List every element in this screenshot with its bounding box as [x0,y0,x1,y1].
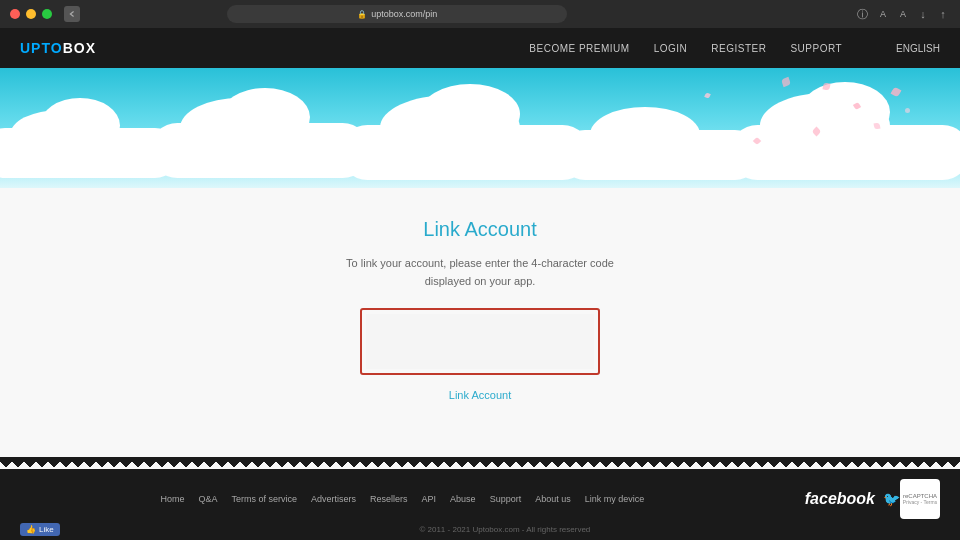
traffic-red[interactable] [10,9,20,19]
download-icon[interactable]: ↓ [916,7,930,21]
fb-like-button[interactable]: 👍 Like [20,523,60,536]
description-line1: To link your account, please enter the 4… [346,257,614,269]
lock-icon: 🔒 [357,10,367,19]
nav-register[interactable]: REGISTER [711,43,766,54]
page-title: Link Account [423,218,536,241]
address-bar[interactable]: 🔒 uptobox.com/pin [227,5,567,23]
footer-link-advertisers[interactable]: Advertisers [311,494,356,504]
petal-6 [905,108,910,113]
cloud-3b [420,84,520,144]
browser-chrome: 🔒 uptobox.com/pin ⓘ A A ↓ ↑ [0,0,960,28]
footer: Home Q&A Terms of service Advertisers Re… [0,457,960,540]
petal-4 [874,123,881,130]
nav-become-premium[interactable]: BECOME PREMIUM [529,43,629,54]
footer-link-qa[interactable]: Q&A [199,494,218,504]
back-button[interactable] [64,6,80,22]
fb-thumb-icon: 👍 [26,525,36,534]
logo-up: UPTO [20,40,63,56]
logo: UPTOBOX [20,40,96,56]
pin-input[interactable] [366,314,594,369]
nav-login[interactable]: LOGIN [654,43,688,54]
link-account-button[interactable]: Link Account [449,389,511,401]
footer-link-device[interactable]: Link my device [585,494,645,504]
traffic-green[interactable] [42,9,52,19]
footer-link-about[interactable]: About us [535,494,571,504]
cloud-2b [220,88,310,146]
cloud-1b [40,98,120,153]
footer-link-abuse[interactable]: Abuse [450,494,476,504]
footer-bottom: 👍 Like © 2011 - 2021 Uptobox.com - All r… [20,519,940,536]
info-icon[interactable]: ⓘ [856,7,870,21]
petal-1 [891,87,902,98]
twitter-icon[interactable]: 🐦 [883,491,900,507]
nav-links: BECOME PREMIUM LOGIN REGISTER SUPPORT EN… [529,43,940,54]
footer-social: facebook 🐦 [805,490,900,508]
browser-right-icons: ⓘ A A ↓ ↑ [856,7,950,21]
share-icon[interactable]: ↑ [936,7,950,21]
pin-input-wrapper [360,308,600,375]
footer-link-api[interactable]: API [422,494,437,504]
logo-box: BOX [63,40,96,56]
footer-link-home[interactable]: Home [161,494,185,504]
page-description: To link your account, please enter the 4… [346,255,614,290]
footer-link-terms[interactable]: Terms of service [232,494,298,504]
petal-5 [781,77,791,87]
fb-like-label: Like [39,525,54,534]
footer-nav-section: Home Q&A Terms of service Advertisers Re… [20,494,785,504]
petal-8 [704,92,711,99]
footer-copyright: © 2011 - 2021 Uptobox.com - All rights r… [70,525,940,534]
footer-link-support[interactable]: Support [490,494,522,504]
facebook-logo[interactable]: facebook [805,490,875,508]
main-content: Link Account To link your account, pleas… [0,188,960,498]
url-text: uptobox.com/pin [371,9,437,19]
font-icon[interactable]: A [876,7,890,21]
browser-nav [64,6,80,22]
nav-support[interactable]: SUPPORT [790,43,842,54]
footer-main: Home Q&A Terms of service Advertisers Re… [0,469,960,540]
traffic-yellow[interactable] [26,9,36,19]
language-selector[interactable]: ENGLISH [896,43,940,54]
cloud-4a [590,107,700,162]
navbar: UPTOBOX BECOME PREMIUM LOGIN REGISTER SU… [0,28,960,68]
hero-banner [0,68,960,188]
footer-row: Home Q&A Terms of service Advertisers Re… [20,479,940,519]
footer-border [0,457,960,469]
recaptcha-badge: reCAPTCHA Privacy - Terms [900,479,940,519]
description-line2: displayed on your app. [425,275,536,287]
reader-icon[interactable]: A [896,7,910,21]
footer-link-resellers[interactable]: Resellers [370,494,408,504]
